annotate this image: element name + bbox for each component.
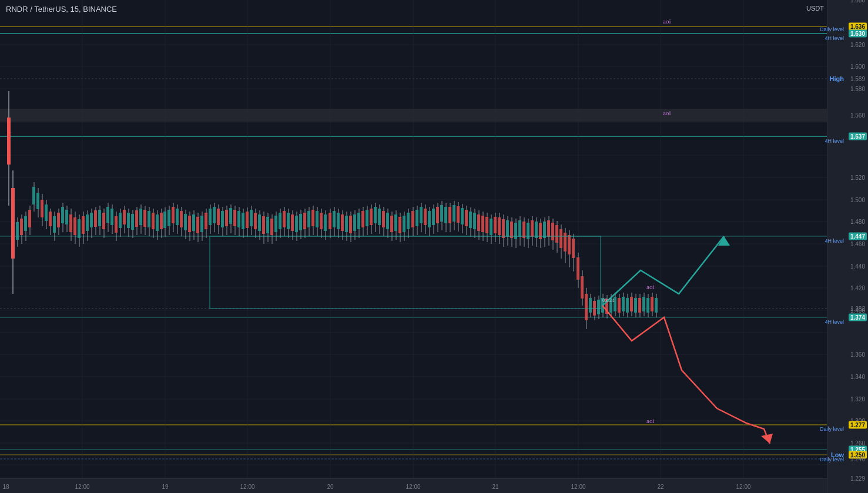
svg-rect-305	[634, 298, 637, 313]
price-1440: 1.440	[850, 263, 865, 270]
price-1340: 1.340	[850, 374, 865, 380]
price-1480: 1.480	[850, 219, 865, 225]
svg-rect-19	[45, 204, 48, 221]
svg-rect-129	[270, 219, 273, 235]
svg-rect-125	[262, 216, 265, 234]
svg-rect-147	[307, 211, 310, 227]
price-1320: 1.320	[850, 396, 865, 403]
svg-rect-13	[32, 187, 35, 204]
price-badge-1374: 1.374	[849, 314, 867, 321]
svg-rect-261	[543, 222, 546, 238]
range-box	[210, 236, 601, 308]
svg-rect-21	[49, 212, 52, 226]
price-1420: 1.420	[850, 285, 865, 291]
candles	[7, 91, 658, 329]
svg-rect-27	[61, 207, 64, 223]
time-21: 21	[492, 484, 498, 490]
svg-rect-33	[73, 217, 76, 235]
svg-rect-179	[374, 207, 377, 223]
svg-rect-277	[577, 257, 579, 280]
svg-rect-187	[390, 216, 393, 232]
svg-rect-101	[213, 207, 216, 223]
svg-rect-119	[250, 210, 253, 226]
svg-rect-105	[221, 211, 224, 227]
svg-rect-15	[36, 193, 39, 209]
svg-rect-149	[311, 210, 314, 226]
svg-rect-189	[394, 214, 397, 231]
svg-rect-211	[440, 205, 443, 222]
svg-rect-315	[655, 298, 658, 313]
svg-rect-73	[156, 214, 159, 231]
svg-rect-87	[184, 214, 187, 230]
svg-rect-231	[481, 216, 484, 232]
4h-level-1447-label: 4H level	[823, 237, 846, 244]
svg-rect-11	[28, 210, 31, 227]
svg-rect-83	[176, 209, 179, 225]
svg-rect-257	[535, 222, 538, 238]
svg-rect-213	[444, 207, 447, 223]
price-1360: 1.360	[850, 351, 865, 358]
bearish-path	[602, 306, 770, 444]
svg-rect-79	[167, 210, 170, 226]
svg-rect-313	[651, 297, 653, 311]
svg-rect-299	[622, 297, 625, 311]
price-1560: 1.560	[850, 112, 865, 119]
svg-rect-223	[465, 210, 468, 226]
svg-rect-193	[403, 216, 405, 232]
svg-rect-221	[461, 208, 464, 224]
svg-rect-17	[41, 200, 43, 217]
bullish-path	[602, 236, 724, 306]
svg-rect-297	[618, 298, 621, 313]
svg-rect-309	[642, 297, 645, 311]
svg-rect-151	[316, 211, 319, 227]
svg-rect-103	[217, 209, 220, 225]
price-1520: 1.520	[850, 175, 865, 181]
svg-rect-275	[572, 239, 575, 258]
svg-rect-23	[53, 216, 56, 233]
aoi-label-4: aoi	[646, 417, 654, 424]
svg-rect-169	[353, 214, 356, 231]
svg-rect-135	[283, 211, 286, 227]
svg-rect-41	[90, 213, 93, 227]
svg-rect-143	[299, 214, 302, 230]
svg-rect-241	[502, 219, 505, 238]
chart-svg: aoi aoi aoi aoi 03:24	[0, 0, 827, 478]
price-1500: 1.500	[850, 197, 865, 203]
svg-rect-173	[361, 211, 364, 227]
svg-rect-107	[225, 210, 228, 226]
time-19: 19	[162, 484, 168, 490]
price-1382: 1.382	[850, 306, 865, 312]
time-1200-2: 12:00	[240, 484, 254, 490]
chart-container: RNDR / TetherUS, 15, BINANCE USDT	[0, 0, 868, 493]
svg-rect-113	[237, 211, 240, 227]
svg-rect-227	[473, 213, 476, 229]
svg-rect-75	[160, 213, 163, 229]
svg-rect-63	[135, 210, 138, 227]
svg-rect-287	[597, 300, 600, 314]
4h-level-1537-label: 4H level	[823, 137, 846, 145]
svg-rect-117	[246, 212, 249, 228]
svg-rect-281	[585, 294, 588, 320]
svg-rect-65	[139, 209, 142, 225]
time-1200-4: 12:00	[571, 484, 585, 490]
main-chart: aoi aoi aoi aoi 03:24	[0, 0, 827, 478]
svg-rect-137	[287, 213, 290, 229]
svg-rect-233	[485, 217, 488, 233]
price-1589: 1.589	[850, 76, 865, 82]
svg-rect-203	[424, 209, 427, 225]
svg-rect-55	[119, 213, 122, 228]
svg-rect-163	[341, 214, 344, 231]
svg-rect-269	[559, 229, 562, 248]
svg-rect-121	[254, 213, 257, 229]
svg-rect-93	[196, 217, 199, 233]
svg-rect-49	[106, 207, 109, 223]
svg-rect-159	[333, 211, 336, 227]
price-badge-1537: 1.537	[849, 133, 867, 140]
svg-rect-29	[65, 210, 68, 224]
svg-rect-235	[490, 219, 492, 235]
svg-rect-115	[242, 213, 244, 229]
svg-rect-175	[366, 210, 368, 226]
svg-rect-167	[349, 216, 352, 233]
svg-rect-283	[589, 298, 592, 313]
svg-rect-5	[16, 222, 19, 240]
